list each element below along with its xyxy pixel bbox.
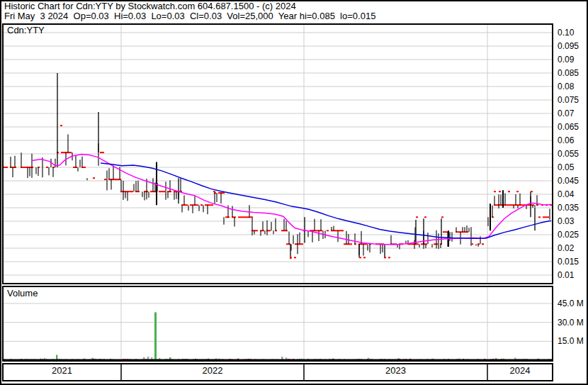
price-axis-label: 0.025	[558, 230, 579, 240]
price-axis-label: 0.09	[558, 55, 574, 65]
price-axis-label: 0.075	[558, 95, 579, 105]
price-axis-label: 0.095	[558, 41, 579, 51]
price-axis-label: 0.055	[558, 149, 579, 159]
year-label: 2022	[121, 366, 304, 376]
year-label: 2024	[487, 366, 553, 376]
year-label: 2023	[304, 366, 487, 376]
price-axis-label: 0.01	[558, 270, 574, 280]
price-axis-label: 0.015	[558, 257, 579, 267]
ma-fast-line	[32, 155, 551, 245]
price-volume-chart-canvas	[0, 0, 588, 385]
price-axis-label: 0.04	[558, 189, 574, 199]
volume-axis-label: 15.0 M	[558, 336, 584, 346]
price-axis-label: 0.05	[558, 162, 574, 172]
year-label: 2021	[3, 366, 121, 376]
price-axis-label: 0.08	[558, 82, 574, 91]
price-axis-label: 0.10	[558, 28, 574, 38]
price-axis-label: 0.07	[558, 108, 574, 118]
volume-axis-label: 45.0 M	[558, 298, 584, 308]
price-axis-label: 0.065	[558, 122, 579, 132]
price-axis-label: 0.03	[558, 216, 574, 226]
price-axis-label: 0.02	[558, 243, 574, 253]
price-axis-label: 0.085	[558, 68, 579, 78]
price-axis-label: 0.035	[558, 203, 579, 213]
stockwatch-historic-chart: Historic Chart for Cdn:YTY by Stockwatch…	[0, 0, 588, 385]
ma-slow-line	[101, 163, 551, 238]
volume-panel-frame	[3, 286, 553, 361]
symbol-label: Cdn:YTY	[7, 26, 45, 35]
price-axis-label: 0.06	[558, 135, 574, 145]
volume-panel-label: Volume	[7, 289, 38, 298]
volume-axis-label: 30.0 M	[558, 318, 584, 328]
outer-frame	[1, 1, 587, 384]
price-axis-label: 0.045	[558, 176, 579, 186]
